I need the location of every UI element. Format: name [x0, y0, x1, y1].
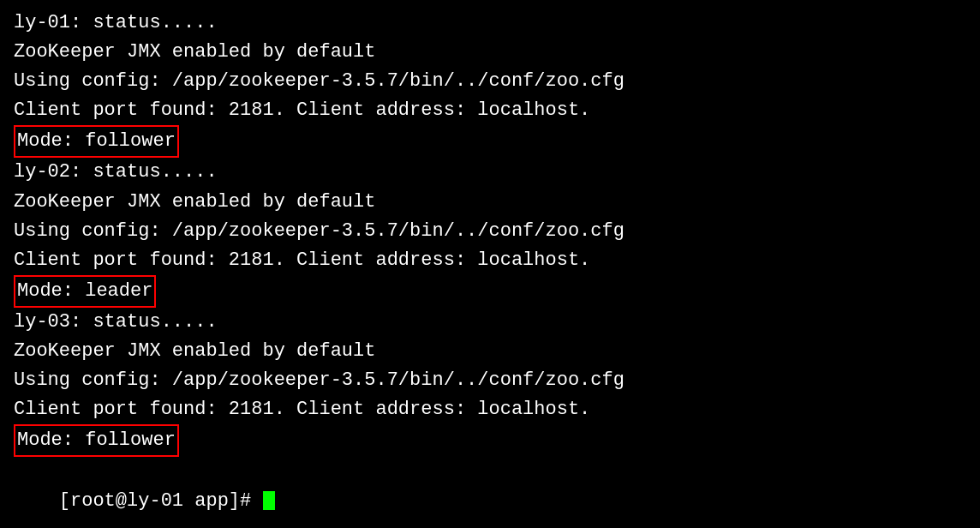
terminal-line: ZooKeeper JMX enabled by default: [14, 188, 966, 217]
terminal-line: ZooKeeper JMX enabled by default: [14, 38, 966, 67]
mode-follower-1: Mode: follower: [14, 125, 179, 158]
terminal-line: ZooKeeper JMX enabled by default: [14, 337, 966, 366]
terminal-output: ly-01: status..... ZooKeeper JMX enabled…: [14, 9, 966, 528]
terminal-cursor: [263, 491, 275, 510]
terminal-line: Using config: /app/zookeeper-3.5.7/bin/.…: [14, 217, 966, 246]
terminal-line: Client port found: 2181. Client address:…: [14, 246, 966, 275]
terminal-line: ly-02: status.....: [14, 158, 966, 187]
mode-line-wrapper: Mode: follower: [14, 125, 966, 158]
terminal-line: Client port found: 2181. Client address:…: [14, 395, 966, 424]
mode-leader: Mode: leader: [14, 275, 156, 308]
prompt-line[interactable]: [root@ly-01 app]#: [14, 457, 966, 528]
terminal-line: ly-03: status.....: [14, 308, 966, 337]
terminal-line: ly-01: status.....: [14, 9, 966, 38]
terminal-line: Using config: /app/zookeeper-3.5.7/bin/.…: [14, 366, 966, 395]
mode-line-wrapper: Mode: follower: [14, 424, 966, 457]
terminal-line: Using config: /app/zookeeper-3.5.7/bin/.…: [14, 67, 966, 96]
mode-line-wrapper: Mode: leader: [14, 275, 966, 308]
mode-follower-2: Mode: follower: [14, 424, 179, 457]
terminal-line: Client port found: 2181. Client address:…: [14, 96, 966, 125]
prompt-text: [root@ly-01 app]#: [59, 490, 263, 512]
